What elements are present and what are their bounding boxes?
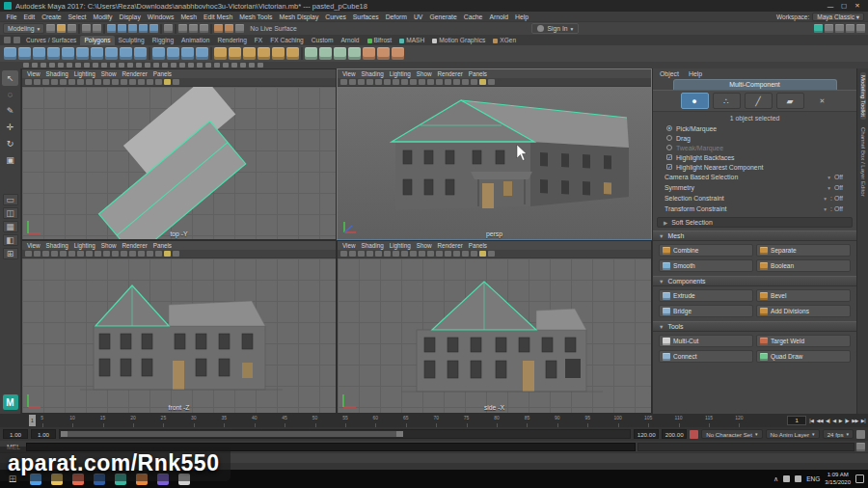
viewport-menu-item[interactable]: View xyxy=(339,70,359,77)
small-toolbar-icon[interactable] xyxy=(67,63,72,68)
small-toolbar-icon[interactable] xyxy=(197,63,203,68)
animation-preferences-icon[interactable] xyxy=(856,430,865,439)
snap-to-curve-icon[interactable] xyxy=(118,24,126,33)
shelf-tabs-toggle-icon[interactable] xyxy=(14,37,20,43)
attribute-editor-toggle-icon[interactable] xyxy=(835,24,844,33)
current-frame-marker[interactable]: 1 xyxy=(29,415,36,426)
language-indicator[interactable]: ENG xyxy=(806,475,820,482)
shadows-icon[interactable] xyxy=(173,79,179,85)
new-scene-icon[interactable] xyxy=(46,24,55,33)
camera-attributes-icon[interactable] xyxy=(42,79,49,85)
resolution-gate-icon[interactable] xyxy=(419,251,425,257)
viewport-menu-item[interactable]: Shading xyxy=(359,70,387,77)
combine-button[interactable]: Combine xyxy=(659,244,753,257)
network-icon[interactable] xyxy=(783,475,790,482)
workspace-selector[interactable]: Workspace: Maya Classic ▾ xyxy=(776,13,868,21)
small-toolbar-icon[interactable] xyxy=(258,63,263,68)
action-center-icon[interactable] xyxy=(855,474,864,483)
playback-button[interactable]: ◀◀ xyxy=(815,418,824,423)
viewport-menu-item[interactable]: Show xyxy=(98,70,120,77)
undo-icon[interactable] xyxy=(82,24,91,33)
grid-toggle-icon[interactable] xyxy=(401,251,408,257)
sculpt-tool-icon[interactable] xyxy=(214,47,227,60)
hypershade-layout-button[interactable]: ⊞ xyxy=(3,248,18,259)
poly-helix-icon[interactable] xyxy=(152,47,165,60)
menu-item[interactable]: Curves xyxy=(322,14,350,20)
snap-to-view-plane-icon[interactable] xyxy=(149,24,158,33)
poly-pipe-icon[interactable] xyxy=(134,47,147,60)
menu-item[interactable]: Select xyxy=(65,14,90,20)
grid-toggle-icon[interactable] xyxy=(86,251,93,257)
use-all-lights-icon[interactable] xyxy=(164,251,171,257)
small-toolbar-icon[interactable] xyxy=(171,63,176,68)
viewport-menu-item[interactable]: Show xyxy=(414,242,435,249)
2d-pan-zoom-icon[interactable] xyxy=(68,79,75,85)
four-pane-layout-button[interactable]: ▦ xyxy=(3,221,18,232)
lock-camera-icon[interactable] xyxy=(349,251,356,257)
tool-settings-toggle-icon[interactable] xyxy=(846,24,854,33)
viewport-canvas-side[interactable]: side -X xyxy=(338,258,651,413)
shelf-tab[interactable]: XGen xyxy=(489,36,520,45)
shaded-mode-icon[interactable] xyxy=(147,251,153,257)
safe-title-icon[interactable] xyxy=(129,251,136,257)
shelf-icon[interactable] xyxy=(149,47,150,60)
viewport-menu-item[interactable]: Renderer xyxy=(119,70,149,77)
camera-attributes-icon[interactable] xyxy=(42,251,49,257)
flatten-brush-icon[interactable] xyxy=(286,47,299,60)
animation-start-field[interactable]: 1.00 xyxy=(3,429,28,439)
viewport-menu-item[interactable]: Lighting xyxy=(71,70,98,77)
snap-to-projected-center-icon[interactable] xyxy=(139,24,148,33)
viewport-canvas-top[interactable]: top -Y xyxy=(22,87,336,239)
grab-brush-icon[interactable] xyxy=(258,47,270,60)
channel-box-toggle-icon[interactable] xyxy=(856,24,865,33)
shelf-tab[interactable]: Sculpting xyxy=(115,36,149,45)
output-connections-icon[interactable] xyxy=(189,24,198,33)
construction-history-icon[interactable] xyxy=(200,24,208,33)
animation-end-field[interactable]: 200.00 xyxy=(662,429,687,439)
small-toolbar-icon[interactable] xyxy=(32,63,38,68)
viewport-menu-item[interactable]: Panels xyxy=(466,242,490,249)
small-toolbar-icon[interactable] xyxy=(188,63,194,68)
highlight-backfaces-option[interactable]: ✓ Highlight Backfaces xyxy=(653,152,856,162)
bookmark-icon[interactable] xyxy=(366,79,373,85)
2d-pan-zoom-icon[interactable] xyxy=(68,251,75,257)
playback-button[interactable]: ◀ xyxy=(831,418,836,423)
smooth-button[interactable]: Smooth xyxy=(659,259,753,272)
menu-item[interactable]: Generate xyxy=(426,14,460,20)
script-editor-icon[interactable] xyxy=(856,443,865,451)
safe-action-icon[interactable] xyxy=(121,251,127,257)
small-toolbar-icon[interactable] xyxy=(205,63,211,68)
highlight-nearest-component-option[interactable]: ✓ Highlight Nearest Component xyxy=(653,162,856,172)
edge-mode-button[interactable]: ╱ xyxy=(745,93,773,109)
status-icon[interactable] xyxy=(160,24,162,34)
image-plane-icon[interactable] xyxy=(375,251,382,257)
vertex-mode-button[interactable]: ∴ xyxy=(713,93,741,109)
lasso-select-tool[interactable]: ◌ xyxy=(2,87,18,102)
status-icon[interactable] xyxy=(78,24,80,34)
shelf-tab[interactable]: MASH xyxy=(395,36,428,45)
safe-title-icon[interactable] xyxy=(445,251,451,257)
viewport-menu-item[interactable]: Panels xyxy=(150,70,175,77)
small-toolbar-icon[interactable] xyxy=(231,63,237,68)
gate-mask-icon[interactable] xyxy=(112,79,119,85)
booleans-icon[interactable] xyxy=(348,47,361,60)
snap-to-grid-icon[interactable] xyxy=(107,24,116,33)
small-toolbar-icon[interactable] xyxy=(127,63,133,68)
pick-marquee-option[interactable]: Pick/Marquee xyxy=(653,123,856,133)
camera-based-selection-dropdown[interactable]: Camera Based Selection ▾ Off xyxy=(653,172,856,182)
shaded-mode-icon[interactable] xyxy=(462,79,469,85)
viewport-menu-item[interactable]: View xyxy=(24,242,43,249)
safe-action-icon[interactable] xyxy=(436,79,443,85)
poly-cylinder-icon[interactable] xyxy=(33,47,45,60)
shelf-tab[interactable]: Polygons xyxy=(80,36,114,45)
volume-icon[interactable] xyxy=(795,475,801,482)
playback-button[interactable]: |▶ xyxy=(844,418,850,423)
paint-select-tool[interactable]: ✎ xyxy=(2,103,18,119)
menu-item[interactable]: Edit xyxy=(20,14,39,20)
viewport-menu-item[interactable]: Lighting xyxy=(387,242,414,249)
shelf-tab[interactable]: Motion Graphics xyxy=(428,36,489,45)
small-toolbar-icon[interactable] xyxy=(110,63,116,68)
modeling-toolkit-icon[interactable]: M xyxy=(3,394,18,410)
shelf-tab[interactable]: Animation xyxy=(177,36,213,45)
shelf-tab[interactable]: Rendering xyxy=(213,36,250,45)
